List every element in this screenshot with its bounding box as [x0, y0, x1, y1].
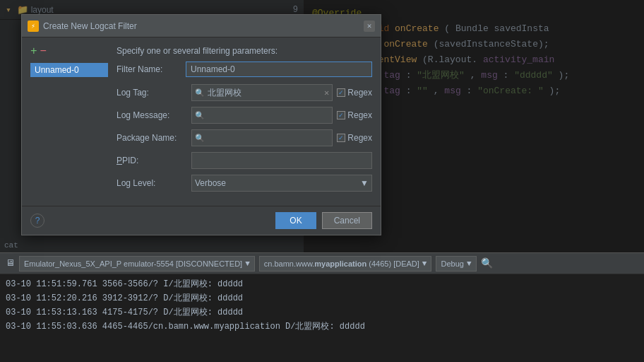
log-tag-clear-button[interactable]: ✕ — [324, 88, 329, 98]
dialog-body: + − Unnamed-0 Specify one or several fil… — [22, 37, 381, 206]
dialog-titlebar: ⚡ Create New Logcat Filter ✕ — [22, 15, 381, 37]
ok-button[interactable]: OK — [275, 212, 316, 229]
debug-select[interactable]: Debug ▼ — [436, 256, 476, 272]
log-message-regex-checkbox[interactable] — [337, 111, 345, 119]
log-message-regex-check[interactable]: Regex — [337, 110, 372, 120]
log-level-value: Verbose — [195, 178, 226, 188]
pid-label: PPID: — [117, 156, 187, 165]
log-tag-row: Log Tag: 🔍 北盟网校 ✕ Regex — [117, 84, 372, 101]
dialog-title-text: Create New Logcat Filter — [43, 21, 359, 31]
package-name-search-icon: 🔍 — [195, 134, 205, 143]
ide-background: ▾ 📁 layout 9 @Override protected void on… — [0, 0, 644, 362]
package-name-row: Package Name: 🔍 Regex — [117, 129, 372, 146]
dialog-title-icon: ⚡ — [28, 21, 39, 32]
filter-name-label: Filter Name: — [117, 64, 180, 74]
log-search-icon[interactable]: 🔍 — [481, 257, 493, 269]
cancel-button[interactable]: Cancel — [322, 212, 372, 229]
log-tag-search-icon: 🔍 — [195, 88, 205, 98]
log-tag-regex-check[interactable]: Regex — [337, 88, 372, 98]
log-area: 🖥 Emulator_Nexus_5X_API_P emulator-5554 … — [0, 252, 644, 362]
log-tag-field[interactable]: 🔍 北盟网校 ✕ — [191, 84, 333, 101]
log-tag-text: 北盟网校 — [208, 87, 321, 99]
filter-actions: + − — [30, 46, 108, 57]
log-message-label: Log Message: — [117, 110, 187, 120]
device-select-arrow: ▼ — [245, 259, 250, 268]
modal-overlay: ⚡ Create New Logcat Filter ✕ + − Unnamed… — [0, 0, 644, 252]
log-tag-regex-checkbox[interactable] — [337, 88, 345, 97]
log-line-3: 03-10 11:53:13.163 4175-4175/? D/北盟网校: d… — [6, 305, 638, 320]
log-line-2: 03-10 11:52:20.216 3912-3912/? D/北盟网校: d… — [6, 291, 638, 305]
log-level-select[interactable]: Verbose ▼ — [191, 175, 372, 192]
package-name-regex-checkbox[interactable] — [337, 134, 345, 142]
device-select-text: Emulator_Nexus_5X_API_P emulator-5554 [D… — [24, 259, 242, 268]
log-line-1: 03-10 11:51:59.761 3566-3566/? I/北盟网校: d… — [6, 277, 638, 291]
log-message-row: Log Message: 🔍 Regex — [117, 107, 372, 124]
filter-name-row: Filter Name: — [117, 62, 372, 77]
log-toolbar: 🖥 Emulator_Nexus_5X_API_P emulator-5554 … — [0, 253, 644, 274]
debug-select-text: Debug — [441, 259, 463, 268]
package-name-label: Package Name: — [117, 133, 187, 143]
app-select-text: cn.bamn.www.myapplication (4465) [DEAD] — [264, 259, 419, 268]
footer-buttons: OK Cancel — [275, 212, 372, 229]
dialog-footer: ? OK Cancel — [22, 206, 381, 235]
log-level-label: Log Level: — [117, 178, 187, 188]
log-content: 03-10 11:51:59.761 3566-3566/? I/北盟网校: d… — [0, 274, 644, 337]
package-name-regex-check[interactable]: Regex — [337, 133, 372, 143]
debug-select-arrow: ▼ — [467, 259, 472, 268]
log-level-arrow: ▼ — [360, 178, 369, 188]
app-select[interactable]: cn.bamn.www.myapplication (4465) [DEAD] … — [259, 256, 432, 272]
app-select-arrow: ▼ — [422, 259, 427, 268]
pid-row: PPID: — [117, 152, 372, 169]
log-level-row: Log Level: Verbose ▼ — [117, 175, 372, 192]
filter-name-input[interactable] — [186, 62, 372, 77]
filter-list-panel: + − Unnamed-0 — [30, 46, 108, 197]
device-icon: 🖥 — [6, 258, 15, 269]
log-message-search-icon: 🔍 — [195, 111, 205, 120]
create-filter-dialog: ⚡ Create New Logcat Filter ✕ + − Unnamed… — [21, 14, 381, 235]
specify-text: Specify one or several filtering paramet… — [117, 46, 372, 56]
device-select[interactable]: Emulator_Nexus_5X_API_P emulator-5554 [D… — [19, 256, 255, 272]
remove-filter-button[interactable]: − — [40, 46, 47, 57]
log-message-field[interactable]: 🔍 — [191, 107, 333, 124]
log-line-4: 03-10 11:55:03.636 4465-4465/cn.bamn.www… — [6, 320, 638, 334]
pid-input[interactable] — [191, 152, 372, 169]
log-tag-label: Log Tag: — [117, 88, 187, 98]
help-button[interactable]: ? — [30, 214, 44, 228]
filter-list-item[interactable]: Unnamed-0 — [30, 63, 108, 77]
filter-form-panel: Specify one or several filtering paramet… — [117, 46, 372, 197]
add-filter-button[interactable]: + — [30, 46, 37, 57]
package-name-field[interactable]: 🔍 — [191, 129, 333, 146]
dialog-close-button[interactable]: ✕ — [364, 21, 375, 32]
